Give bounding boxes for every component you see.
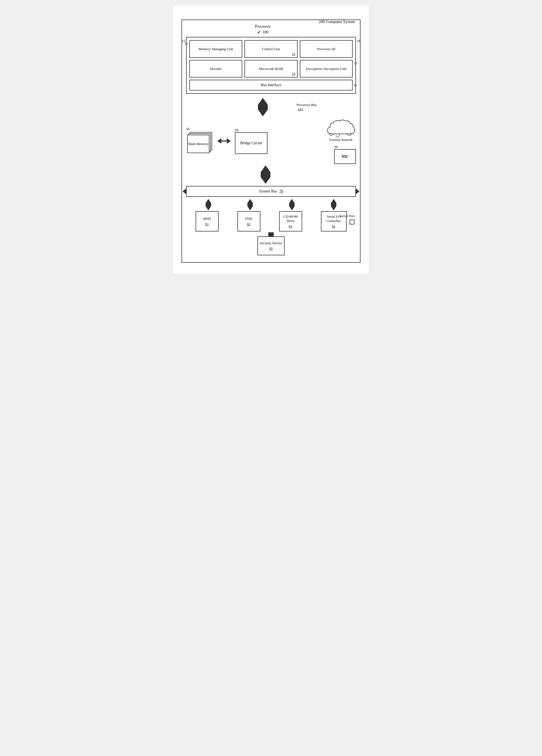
- label-12: 12: [184, 41, 188, 46]
- label-60: 60: [235, 128, 238, 132]
- bus-interface-box: Bus Interface 11: [189, 80, 353, 91]
- arrow-up-hdd: [205, 199, 211, 203]
- security-device-ref: 95: [269, 246, 273, 251]
- arrow-up-proc-bus: [258, 98, 268, 105]
- arrow-left-mem: [217, 138, 221, 144]
- label-16: 16: [357, 39, 360, 43]
- arrow-up-fdd: [247, 199, 253, 203]
- processor-id: Processor ID: [300, 40, 353, 58]
- fdd-arrow: [247, 199, 253, 210]
- control-unit-ref: 13: [292, 52, 296, 56]
- arrow-up-serial: [331, 199, 337, 203]
- serial-port-area: Serial Port: [186, 214, 356, 226]
- arrow-body-serial: [331, 203, 337, 206]
- processor-box: 15 16 12 Memory Managing Unit Control Un…: [186, 37, 356, 94]
- arrow-down-hdd: [205, 206, 211, 210]
- arrow-down-cdrom: [289, 206, 295, 210]
- arrow-down-fdd: [247, 206, 253, 210]
- arrow-body-cdrom: [289, 203, 295, 206]
- microcode-rom-ref: 14: [292, 72, 296, 76]
- computer-system-box: Processor ↙ 100 15 16 12 Memory Managing…: [181, 20, 361, 263]
- bridge-area: 60 Bridge Circuit: [235, 128, 267, 154]
- external-network-area: External Network: [326, 118, 356, 142]
- mem-page-front: Main Memory: [187, 135, 209, 153]
- bridge-sysbus-arrow: [181, 165, 351, 184]
- control-unit: Control Unit 13: [244, 40, 297, 58]
- security-device-area: Security Device 95: [257, 232, 285, 255]
- external-network-label: External Network: [329, 138, 353, 142]
- arrow-body-hdd: [205, 203, 211, 206]
- arrow-right-mem: [227, 138, 231, 144]
- arrow-down-proc-bus: [258, 110, 268, 116]
- serial-io-arrow: [331, 199, 337, 210]
- arrow-down-serial: [331, 206, 337, 210]
- hdd-arrow: [205, 199, 211, 210]
- label-11: 11: [354, 83, 357, 87]
- nic-area: 90 NIC: [334, 145, 356, 164]
- arrow-body-bridge: [261, 172, 270, 177]
- arrow-body-h-mem: [221, 140, 227, 141]
- label-90: 90: [334, 145, 338, 149]
- diagram-wrapper: 200 Computer System Processor ↙ 100 15 1…: [181, 20, 361, 263]
- nic-box: NIC: [334, 149, 356, 164]
- main-memory-stack: Main Memory: [186, 132, 213, 155]
- main-memory-area: 50 Main Memory: [186, 127, 213, 155]
- security-device-section: Security Device 95: [186, 232, 356, 255]
- middle-section: 50 Main Memory: [186, 118, 356, 164]
- label-50: 50: [186, 127, 190, 131]
- encryption-decryption-unit: Encryption/ Decryption Unit: [300, 60, 353, 78]
- serial-port-connector-box: [350, 220, 355, 224]
- decoder: Decoder: [189, 60, 242, 78]
- label-17: 17: [354, 61, 358, 66]
- serial-port-label: Serial Port: [186, 214, 355, 218]
- security-device-box: Security Device 95: [257, 236, 285, 255]
- cdrom-arrow: [289, 199, 295, 210]
- arrow-up-cdrom: [289, 199, 295, 203]
- microcode-rom: Microcode ROM 14: [244, 60, 297, 78]
- arrow-body-fdd: [247, 203, 253, 206]
- processor-bus-label: Processor Bus 101: [297, 103, 317, 111]
- mem-bridge-arrow: [217, 138, 231, 144]
- system-bus-box: System Bus 70: [186, 186, 356, 197]
- processor-ref: ↙ 100: [178, 29, 348, 35]
- processor-label: Processor: [178, 24, 348, 29]
- security-connector-v: [268, 232, 274, 236]
- device-arrows-row: [186, 199, 356, 210]
- cloud-svg: [326, 118, 356, 138]
- system-bus-ref: 70: [279, 189, 283, 194]
- arrow-body-proc: [258, 105, 268, 110]
- proc-bus-arrow-area: Processor Bus 101: [186, 98, 356, 116]
- bridge-circuit-box: Bridge Circuit: [235, 132, 267, 154]
- arrow-down-bridge: [261, 177, 270, 184]
- page: 200 Computer System Processor ↙ 100 15 1…: [173, 5, 369, 274]
- arrow-up-bridge: [261, 165, 270, 172]
- memory-managing-unit: Memory Managing Unit: [189, 40, 242, 58]
- right-area: External Network 90 NIC: [270, 118, 356, 164]
